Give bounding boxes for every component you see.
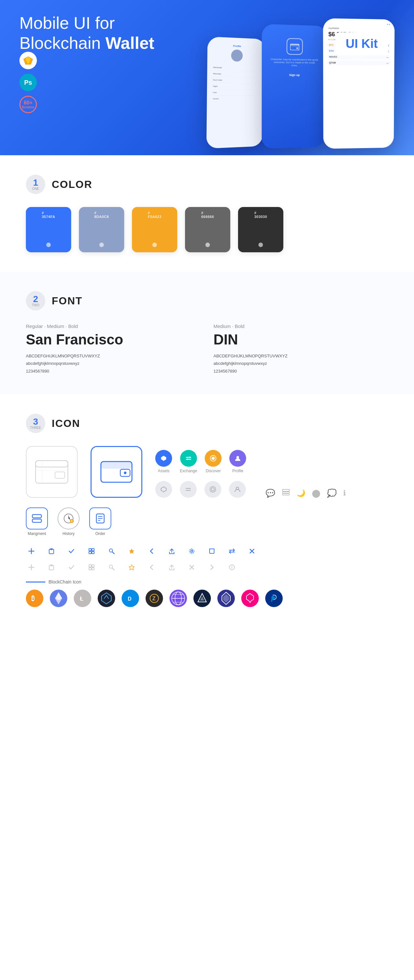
- hero-badge: UI Kit: [335, 32, 388, 55]
- discover-outline-icon: [204, 481, 221, 498]
- font-header: 2 TWO FONT: [26, 291, 388, 310]
- share-icon-gray: [166, 562, 177, 573]
- chat-icon: 💬: [266, 489, 275, 498]
- close-icon: [247, 546, 258, 557]
- next-icon-gray: [206, 562, 217, 573]
- phone-left: Profile Mainpage Message Red Callet Nigh…: [206, 37, 266, 148]
- font-section: 2 TWO FONT Regular · Medium · Bold San F…: [0, 272, 414, 394]
- paypal-icon: [265, 590, 283, 607]
- svg-rect-22: [282, 489, 290, 491]
- back-icon-gray: [146, 562, 157, 573]
- svg-marker-43: [129, 549, 134, 554]
- discover-icon-outline: [204, 481, 221, 498]
- management-icon-item: Mangment: [26, 508, 48, 536]
- svg-point-13: [124, 472, 126, 474]
- profile-outline-icon: [229, 481, 246, 498]
- order-icon: [89, 508, 111, 530]
- svg-point-44: [191, 550, 193, 552]
- icon-title: ICON: [52, 418, 80, 430]
- moon-icon: 🌙: [296, 489, 305, 498]
- svg-rect-3: [290, 44, 299, 46]
- svg-rect-52: [89, 565, 91, 567]
- svg-rect-25: [32, 515, 41, 518]
- expand-icon: [206, 546, 217, 557]
- history-icon: [57, 508, 80, 530]
- svg-marker-18: [161, 487, 166, 492]
- hero-title: Mobile UI for Blockchain Wallet: [19, 13, 188, 53]
- swatch-slate: #8DA0C8: [79, 207, 124, 252]
- wallet-filled-icon: [91, 446, 142, 498]
- star-icon-active: [126, 546, 137, 557]
- svg-text:D: D: [128, 596, 132, 601]
- section-number-3: 3 THREE: [26, 414, 45, 433]
- svg-rect-38: [92, 549, 94, 551]
- assets-outline-icon: [155, 481, 172, 498]
- swatch-orange: #F5A623: [132, 207, 177, 252]
- svg-rect-45: [210, 549, 214, 554]
- swatch-dark: #303030: [238, 207, 283, 252]
- sketch-icon: [19, 52, 37, 69]
- section-number-2: 2 TWO: [26, 291, 45, 310]
- profile-icon-outline: [229, 481, 246, 498]
- svg-point-15: [212, 457, 215, 460]
- plus-icon: [26, 546, 37, 557]
- grid-coin-icon: [169, 590, 187, 607]
- font-din: Medium · Bold DIN ABCDEFGHIJKLMNOPQRSTUV…: [213, 323, 388, 375]
- svg-marker-58: [129, 565, 134, 570]
- swatch-blue: #3574FA: [26, 207, 71, 252]
- info-icon: ℹ: [343, 489, 346, 498]
- svg-rect-24: [282, 494, 290, 495]
- svg-rect-23: [282, 492, 290, 493]
- x-icon-gray: [186, 562, 197, 573]
- exchange-icon-item: Exchange: [180, 450, 197, 473]
- svg-text:Z: Z: [152, 596, 156, 601]
- chat2-icon: 💭: [327, 489, 337, 498]
- history-icon-item: History: [57, 508, 80, 536]
- litecoin-icon: Ł: [74, 590, 91, 607]
- grid-icon: [86, 546, 97, 557]
- profile-icon: [229, 450, 246, 467]
- photoshop-icon: Ps: [19, 74, 37, 91]
- layers-icon: [282, 489, 290, 498]
- svg-point-19: [211, 488, 215, 491]
- back-icon: [146, 546, 157, 557]
- hero-section: Mobile UI for Blockchain Wallet UI Kit P…: [0, 0, 414, 155]
- svg-rect-53: [92, 565, 94, 567]
- blockchain-label-row: BlockChain Icon: [26, 579, 388, 584]
- color-section: 1 ONE COLOR #3574FA #8DA0C8 #F5A623 #666…: [0, 155, 414, 272]
- info-icon-gray: [226, 562, 237, 573]
- svg-text:Ł: Ł: [80, 595, 83, 602]
- svg-line-57: [112, 568, 114, 570]
- app-icons-outline-row: [155, 481, 246, 498]
- plus-icon-gray: [26, 562, 37, 573]
- svg-rect-40: [92, 552, 94, 554]
- exchange-icon-outline: [180, 481, 197, 498]
- svg-point-17: [236, 456, 239, 459]
- svg-point-4: [296, 47, 298, 49]
- svg-rect-9: [55, 472, 65, 478]
- grid-icon-gray: [86, 562, 97, 573]
- svg-marker-14: [161, 456, 166, 461]
- bitcoin-icon: ₿: [26, 590, 43, 607]
- svg-point-20: [210, 487, 216, 492]
- assets-icon: [155, 450, 172, 467]
- color-title: COLOR: [52, 178, 92, 191]
- small-icons-gray-row: [26, 562, 388, 573]
- bc-divider: [26, 582, 45, 582]
- arweave-icon: [193, 590, 211, 607]
- svg-rect-37: [89, 549, 91, 551]
- kyber-icon: [217, 590, 235, 607]
- star-icon-gray: [126, 562, 137, 573]
- screens-badge: 60+ Screens: [19, 96, 37, 113]
- profile-icon-item: Profile: [229, 450, 246, 473]
- share-icon: [166, 546, 177, 557]
- assets-icon-outline: [155, 481, 172, 498]
- svg-rect-54: [89, 568, 91, 570]
- swap-icon: [226, 546, 237, 557]
- wallet-wireframe-icon: [26, 446, 78, 498]
- search-icon: [106, 546, 117, 557]
- matic-icon: [241, 590, 259, 607]
- zcash-icon: Z: [145, 590, 163, 607]
- color-swatches: #3574FA #8DA0C8 #F5A623 #666666 #303030: [26, 207, 388, 252]
- check-icon-gray: [66, 562, 77, 573]
